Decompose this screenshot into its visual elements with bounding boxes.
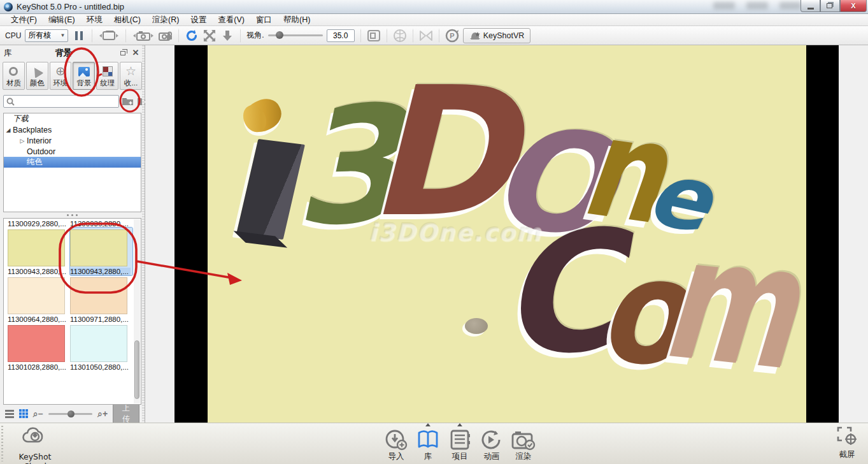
menu-item[interactable]: 帮助(H) <box>278 13 316 27</box>
tree-arrow-icon: ▷ <box>18 138 27 144</box>
tab-materials[interactable]: 材质 <box>3 62 25 90</box>
main-toolbar: CPU 所有核▼ 视角. P KeyShotVR <box>0 26 868 45</box>
thumbnail-swatch[interactable] <box>70 277 127 314</box>
library-tree: 下载 ◢ Backplates ▷ Interior Outdoor <box>3 113 141 212</box>
camera-cycle-icon[interactable] <box>132 28 155 43</box>
blurred-titlebar-items <box>713 2 801 10</box>
thumb-size-slider[interactable] <box>48 413 93 415</box>
star-icon: ☆ <box>125 66 136 77</box>
thumbnail-item[interactable]: 11301028,2880,... <box>8 323 70 371</box>
tree-item[interactable]: ▷ Interior <box>4 135 141 146</box>
scrollbar-handle[interactable] <box>134 340 139 399</box>
letterbox-left <box>174 45 208 423</box>
keyshot-cloud-button[interactable]: KeyShot Cloud <box>6 425 64 464</box>
thumbnail-scrollbar[interactable] <box>134 219 140 403</box>
restore-button[interactable] <box>820 0 840 12</box>
screenshot-button[interactable]: 截屏 <box>831 425 863 460</box>
pause-icon[interactable] <box>72 28 86 43</box>
search-input[interactable] <box>17 97 116 106</box>
menu-item[interactable]: 窗口 <box>250 13 278 27</box>
thumbnail-swatch[interactable] <box>8 229 65 266</box>
realtime-viewport[interactable]: 3DOneCom i3DOne.com <box>145 45 868 423</box>
menu-item[interactable]: 编辑(E) <box>43 13 81 27</box>
library-label: 库 <box>4 48 12 59</box>
tree-item[interactable]: ◢ Backplates <box>4 124 141 135</box>
flip-link-icon[interactable] <box>419 28 433 43</box>
refresh-icon[interactable] <box>185 28 199 43</box>
cores-select[interactable]: 所有核▼ <box>25 29 68 42</box>
screenshot-icon <box>836 425 858 447</box>
cloud-icon <box>22 425 48 449</box>
tab-textures[interactable]: 纹理 <box>96 62 118 90</box>
search-box[interactable] <box>3 95 119 108</box>
tab-environments[interactable]: ⊕环境 <box>50 62 72 90</box>
backplate: 3DOneCom i3DOne.com <box>208 45 806 423</box>
thumbnail-swatch[interactable] <box>8 325 65 362</box>
fit-view-icon[interactable] <box>203 28 217 43</box>
tree-arrow-icon: ◢ <box>4 127 13 133</box>
thumbnail-label: 11300971,2880,... <box>70 315 131 323</box>
download-icon[interactable] <box>220 28 234 43</box>
tab-backgrounds[interactable]: 背景 <box>73 62 95 90</box>
menu-item[interactable]: 相机(C) <box>108 13 146 27</box>
menu-item[interactable]: 查看(V) <box>212 13 250 27</box>
tab-colors[interactable]: 颜色 <box>26 62 48 90</box>
menu-item[interactable]: 文件(F) <box>5 13 43 27</box>
zoom-out-icon[interactable]: ⌕– <box>33 409 43 419</box>
tree-item[interactable]: 下载 <box>4 113 141 124</box>
image-icon <box>78 67 90 76</box>
view-angle-slider[interactable] <box>268 34 323 36</box>
panel-splitter[interactable] <box>0 212 145 218</box>
menu-bar: 文件(F)编辑(E)环境相机(C)渲染(R)设置查看(V)窗口帮助(H) <box>0 14 868 26</box>
thumbnail-item[interactable]: 11300971,2880,... <box>70 275 132 323</box>
network-render-icon[interactable]: P <box>445 28 459 43</box>
material-sphere-icon[interactable] <box>393 28 407 43</box>
dock-render-button[interactable]: 渲染 <box>511 425 536 462</box>
search-icon <box>6 98 15 106</box>
close-button[interactable]: X <box>840 0 867 12</box>
camera-lock-icon[interactable] <box>159 28 173 43</box>
letter-period <box>465 318 488 334</box>
zoom-in-icon[interactable]: ⌕+ <box>97 409 108 419</box>
environment-cycle-icon[interactable] <box>98 28 120 43</box>
thumbnail-item[interactable]: 11301050,2880,... <box>70 323 132 371</box>
tree-item[interactable]: Outdoor <box>4 146 141 157</box>
thumbnail-item[interactable]: 11300964,2880,... <box>8 275 70 323</box>
library-tabs: 材质 颜色 ⊕环境 背景 纹理 ☆收... <box>0 61 145 92</box>
globe-icon: ⊕ <box>55 66 66 77</box>
thumbnail-item[interactable]: 11300943,2880,... <box>70 228 132 275</box>
library-book-icon <box>416 429 439 451</box>
menu-item[interactable]: 渲染(R) <box>146 13 185 27</box>
close-panel-button[interactable]: ✕ <box>131 48 141 57</box>
tree-item[interactable]: 纯色 <box>4 157 141 168</box>
tab-favorites[interactable]: ☆收... <box>120 62 142 90</box>
dock-project-button[interactable]: 项目 <box>447 425 473 462</box>
dock-library-button[interactable]: 库 <box>415 425 441 462</box>
app-logo-icon <box>4 3 13 11</box>
thumbnail-swatch[interactable] <box>8 277 65 314</box>
thumbnail-browser: 11300929,2880,... 11300936,2880,... 1130… <box>3 218 141 405</box>
grid-view-button[interactable] <box>19 409 28 418</box>
menu-item[interactable]: 环境 <box>81 13 108 27</box>
dock-import-button[interactable]: 导入 <box>383 425 409 462</box>
view-angle-label: 视角. <box>246 30 264 41</box>
dock-animation-button[interactable]: 动画 <box>479 425 504 462</box>
view-angle-input[interactable] <box>327 29 355 42</box>
list-view-button[interactable] <box>5 410 14 418</box>
add-folder-button[interactable] <box>122 96 134 107</box>
minimize-button[interactable] <box>800 0 820 12</box>
project-icon <box>449 429 471 451</box>
thumbnail-swatch[interactable] <box>70 325 127 362</box>
menu-item[interactable]: 设置 <box>185 13 212 27</box>
thumbnail-top-labels: 11300929,2880,... 11300936,2880,... <box>8 220 133 228</box>
thumbnail-label: 11301050,2880,... <box>70 363 131 371</box>
title-bar: KeyShot 5.0 Pro - untitled.bip X <box>0 0 868 14</box>
bottom-dock: KeyShot Cloud 导入 库 项目 动画 渲染 截屏 <box>0 423 868 464</box>
caret-up-icon <box>457 423 462 426</box>
import-icon <box>385 429 408 451</box>
thumbnail-item[interactable]: 11300943,2880,... <box>8 228 70 275</box>
render-region-icon[interactable] <box>367 28 381 43</box>
keyshotvr-button[interactable]: KeyShotVR <box>463 28 531 43</box>
thumbnail-swatch[interactable] <box>70 229 127 266</box>
float-panel-button[interactable] <box>118 48 128 57</box>
